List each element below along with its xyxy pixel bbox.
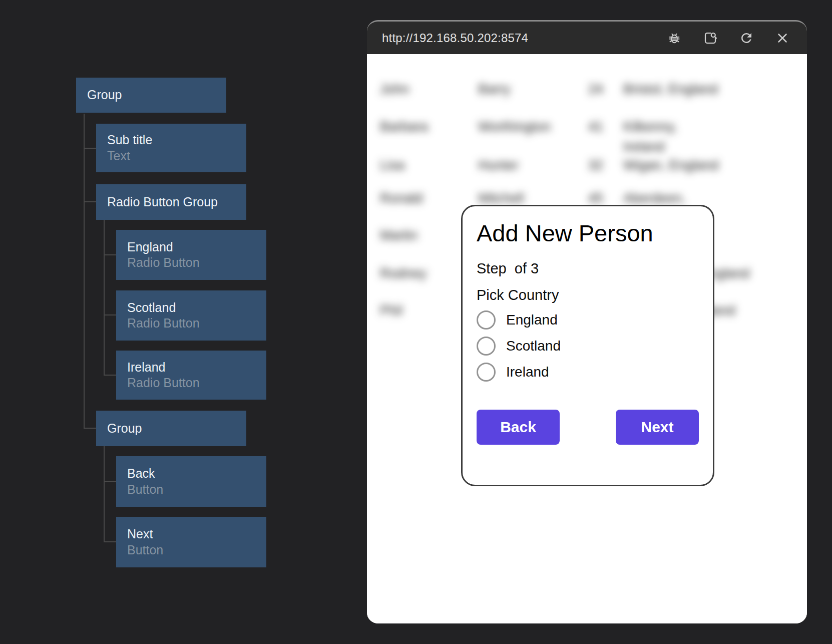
table-cell: Hunter xyxy=(478,158,519,173)
tree-connector xyxy=(104,220,105,375)
bug-button[interactable] xyxy=(667,31,682,46)
tree-node-type: Text xyxy=(107,148,235,164)
tree-connector xyxy=(104,541,116,542)
tree-node-label: Sub title xyxy=(107,132,235,148)
tree-node-scotland[interactable]: Scotland Radio Button xyxy=(116,290,266,341)
table-cell: 45 xyxy=(588,191,603,206)
tree-node-label: Group xyxy=(107,421,235,436)
desktop-background: Group Sub title Text Radio Button Group … xyxy=(0,0,832,644)
table-cell: 41 xyxy=(588,119,603,135)
table-cell: John xyxy=(380,82,409,97)
inspect-page-icon xyxy=(703,31,718,46)
tree-connector xyxy=(84,201,96,202)
tree-node-group[interactable]: Group xyxy=(76,78,226,113)
modal-button-row: Back Next xyxy=(477,410,699,445)
table-cell: Phil xyxy=(380,303,402,318)
url-bar[interactable]: http://192.168.50.202:8574 xyxy=(382,31,667,45)
close-icon xyxy=(775,31,790,46)
table-cell: Barry xyxy=(478,82,511,97)
table-cell: Worthington xyxy=(478,119,551,135)
table-cell: Kilkenny, xyxy=(623,119,677,135)
radio-label: Ireland xyxy=(506,364,549,380)
tree-connector xyxy=(84,114,85,428)
bug-icon xyxy=(667,31,682,46)
browser-titlebar: http://192.168.50.202:8574 xyxy=(367,22,807,54)
radio-button[interactable] xyxy=(477,337,496,356)
tree-connector xyxy=(104,446,105,542)
table-cell: Barbara xyxy=(380,119,428,135)
question-label: Pick Country xyxy=(477,287,699,303)
close-button[interactable] xyxy=(775,31,790,46)
table-cell: Martin xyxy=(380,228,418,243)
table-cell: Rodney xyxy=(380,266,427,281)
table-cell: Wigan, England xyxy=(623,158,719,173)
table-cell: Mitchell xyxy=(478,191,524,206)
tree-connector xyxy=(104,314,116,315)
table-cell: Ronald xyxy=(380,191,423,206)
radio-button[interactable] xyxy=(477,310,496,330)
table-cell: Ireland xyxy=(623,139,665,155)
tree-node-subtitle[interactable]: Sub title Text xyxy=(96,124,246,172)
tree-connector xyxy=(104,254,116,255)
tree-node-label: England xyxy=(127,239,255,255)
browser-window: http://192.168.50.202:8574 xyxy=(367,20,807,623)
tree-connector xyxy=(104,481,116,482)
step-indicator: Step of 3 xyxy=(477,260,699,277)
tree-node-type: Radio Button xyxy=(127,315,255,331)
reload-button[interactable] xyxy=(739,31,754,46)
tree-node-type: Radio Button xyxy=(127,375,255,391)
tree-node-group-2[interactable]: Group xyxy=(96,411,246,446)
tree-connector xyxy=(84,428,96,429)
radio-label: Scotland xyxy=(506,338,561,354)
radio-option-england[interactable]: England xyxy=(477,310,699,330)
tree-node-label: Ireland xyxy=(127,360,255,375)
tree-node-label: Back xyxy=(127,466,255,481)
modal-title: Add New Person xyxy=(477,219,699,247)
tree-node-back[interactable]: Back Button xyxy=(116,456,266,507)
radio-label: England xyxy=(506,312,558,328)
table-cell: Lisa xyxy=(380,158,405,173)
table-cell: 24 xyxy=(588,82,603,97)
tree-node-label: Scotland xyxy=(127,300,255,315)
table-cell: 32 xyxy=(588,158,603,173)
titlebar-icons xyxy=(667,31,790,46)
tree-node-label: Radio Button Group xyxy=(107,194,235,210)
tree-node-next[interactable]: Next Button xyxy=(116,517,266,567)
radio-option-ireland[interactable]: Ireland xyxy=(477,363,699,382)
radio-option-scotland[interactable]: Scotland xyxy=(477,337,699,356)
tree-node-england[interactable]: England Radio Button xyxy=(116,230,266,280)
tree-node-type: Radio Button xyxy=(127,255,255,270)
tree-node-type: Button xyxy=(127,482,255,497)
tree-node-label: Next xyxy=(127,526,255,542)
back-button[interactable]: Back xyxy=(477,410,560,445)
table-cell: Bristol, England xyxy=(623,82,718,97)
tree-connector xyxy=(84,148,96,149)
tree-node-label: Group xyxy=(87,87,215,103)
add-person-modal: Add New Person Step of 3 Pick Country En… xyxy=(461,205,714,486)
reload-icon xyxy=(739,31,754,46)
tree-connector xyxy=(104,375,116,376)
tree-node-radio-button-group[interactable]: Radio Button Group xyxy=(96,184,246,220)
tree-node-ireland[interactable]: Ireland Radio Button xyxy=(116,351,266,400)
browser-page: John Barry 24 Bristol, England Barbara W… xyxy=(367,54,807,623)
table-cell: Aberdeen, xyxy=(623,191,686,206)
inspect-button[interactable] xyxy=(703,31,718,46)
radio-button[interactable] xyxy=(477,363,496,382)
next-button[interactable]: Next xyxy=(616,410,699,445)
tree-node-type: Button xyxy=(127,542,255,558)
